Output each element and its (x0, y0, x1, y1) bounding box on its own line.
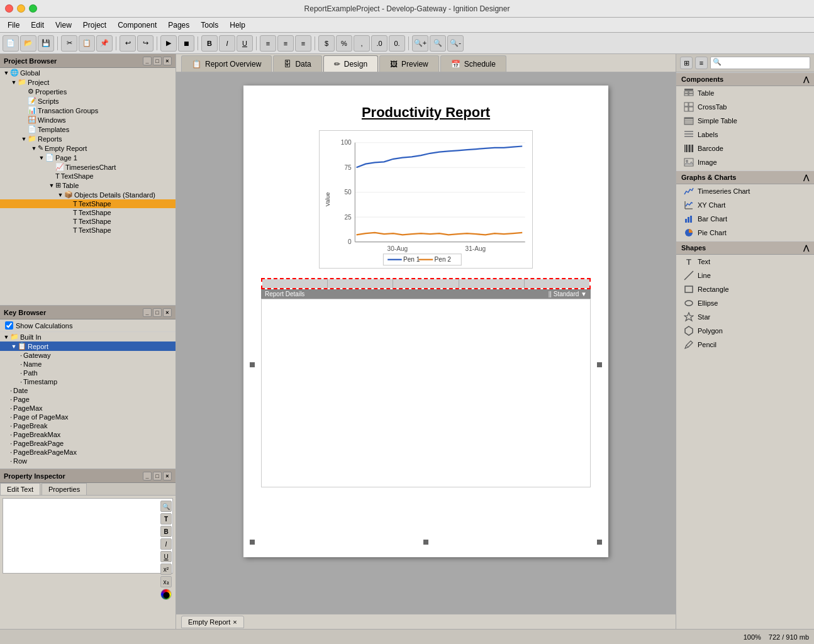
pi-text-area[interactable] (3, 498, 173, 574)
component-xy-chart[interactable]: XY Chart (676, 198, 814, 212)
toolbar-underline[interactable]: U (237, 35, 253, 52)
bottom-tab-empty-report[interactable]: Empty Report × (181, 616, 244, 628)
toolbar-comma[interactable]: , (354, 35, 370, 52)
menu-component[interactable]: Component (113, 19, 162, 31)
project-browser-maximize[interactable]: □ (153, 57, 162, 65)
component-labels[interactable]: Labels (676, 128, 814, 142)
graphs-charts-header[interactable]: Graphs & Charts ⋀ (676, 170, 814, 184)
menu-tools[interactable]: Tools (196, 19, 223, 31)
resize-handle-bottom[interactable] (423, 540, 428, 545)
maximize-button[interactable] (29, 4, 37, 13)
pi-search-btn[interactable]: 🔍 (160, 501, 172, 512)
kb-item-pagebreak[interactable]: · PageBreak (0, 421, 176, 430)
toolbar-align-right[interactable]: ≡ (295, 35, 311, 52)
canvas-area[interactable]: Productivity Report Value (176, 73, 676, 614)
tree-item-page1[interactable]: ▼ 📄 Page 1 (0, 153, 176, 162)
report-page[interactable]: Productivity Report Value (243, 86, 608, 557)
tree-item-textshape3[interactable]: ▷ T TextShape (0, 208, 176, 217)
toolbar-undo[interactable]: ↩ (120, 35, 136, 52)
pi-maximize[interactable]: □ (153, 472, 162, 480)
tree-item-project[interactable]: ▼ 📁 Project (0, 77, 176, 87)
menu-file[interactable]: File (3, 19, 25, 31)
project-browser-tree[interactable]: ▼ 🌐 Global ▼ 📁 Project ▷ ⚙ Properties ▷ … (0, 68, 176, 244)
kb-item-pagebreakpagemax[interactable]: · PageBreakPageMax (0, 448, 176, 457)
kb-item-report[interactable]: ▼ 📋 Report (0, 341, 176, 351)
kb-item-pagebreakmax[interactable]: · PageBreakMax (0, 430, 176, 439)
toolbar-cut[interactable]: ✂ (61, 35, 77, 52)
pi-close[interactable]: × (163, 472, 172, 480)
toolbar-zoom-out[interactable]: 🔍- (447, 35, 464, 52)
tree-item-textshape5[interactable]: ▷ T TextShape (0, 226, 176, 235)
toolbar-decimal-less[interactable]: 0. (389, 35, 405, 52)
toolbar-percent[interactable]: % (336, 35, 352, 52)
component-simple-table[interactable]: Simple Table (676, 114, 814, 128)
toolbar-save[interactable]: 💾 (38, 35, 54, 52)
toolbar-new[interactable]: 📄 (3, 35, 19, 52)
tree-item-transaction-groups[interactable]: ▷ 📊 Transaction Groups (0, 106, 176, 115)
menu-help[interactable]: Help (225, 19, 250, 31)
resize-handle-ml[interactable] (250, 362, 255, 367)
component-image[interactable]: Image (676, 155, 814, 169)
table-header-selected[interactable] (261, 278, 591, 289)
menu-edit[interactable]: Edit (26, 19, 49, 31)
key-browser-maximize[interactable]: □ (153, 308, 162, 317)
tree-item-textshape-selected[interactable]: ▷ T TextShape (0, 199, 176, 208)
toolbar-paste[interactable]: 📌 (96, 35, 113, 52)
kb-item-page-of-pagemax[interactable]: · Page of PageMax (0, 413, 176, 421)
kb-item-builtin[interactable]: ▼ 📁 Built In (0, 332, 176, 341)
kb-item-path[interactable]: · Path (0, 369, 176, 377)
project-browser-close[interactable]: × (163, 57, 172, 65)
component-timeseries[interactable]: Timeseries Chart (676, 184, 814, 198)
tab-report-overview[interactable]: 📋 Report Overview (181, 55, 272, 72)
toolbar-italic[interactable]: I (219, 35, 235, 52)
component-polygon[interactable]: Polygon (676, 324, 814, 338)
tree-item-objects-details[interactable]: ▼ 📦 Objects Details (Standard) (0, 190, 176, 199)
toolbar-bold[interactable]: B (201, 35, 218, 52)
toolbar-redo[interactable]: ↪ (137, 35, 153, 52)
tab-properties[interactable]: Properties (42, 483, 87, 495)
pi-color-btn[interactable]: ⬤ (160, 589, 172, 600)
tab-schedule[interactable]: 📅 Schedule (440, 55, 506, 72)
tree-item-table[interactable]: ▼ ⊞ Table (0, 180, 176, 190)
tree-item-textshape4[interactable]: ▷ T TextShape (0, 217, 176, 226)
components-section-header[interactable]: Components ⋀ (676, 72, 814, 86)
window-controls[interactable] (5, 4, 37, 13)
tree-item-reports[interactable]: ▼ 📁 Reports (0, 134, 176, 143)
tab-preview[interactable]: 🖼 Preview (379, 55, 439, 72)
toolbar-align-center[interactable]: ≡ (277, 35, 294, 52)
property-inspector-controls[interactable]: _ □ × (143, 472, 172, 480)
project-browser-controls[interactable]: _ □ × (143, 57, 172, 65)
toolbar-currency[interactable]: $ (318, 35, 335, 52)
component-rectangle[interactable]: Rectangle (676, 282, 814, 296)
component-table[interactable]: Table (676, 86, 814, 100)
resize-handle-bl[interactable] (250, 540, 255, 545)
show-calculations-checkbox[interactable] (5, 321, 13, 330)
kb-item-name[interactable]: · Name (0, 360, 176, 369)
pi-italic-icon[interactable]: I (160, 538, 172, 550)
toolbar-copy[interactable]: 📋 (79, 35, 95, 52)
key-browser-controls[interactable]: _ □ × (143, 308, 172, 317)
toolbar-stop[interactable]: ⏹ (178, 35, 194, 52)
kb-item-date[interactable]: · Date (0, 386, 176, 395)
minimize-button[interactable] (17, 4, 25, 13)
toolbar-zoom-in[interactable]: 🔍+ (412, 35, 428, 52)
tab-edit-text[interactable]: Edit Text (0, 483, 40, 495)
component-barcode[interactable]: Barcode (676, 142, 814, 155)
component-crosstab[interactable]: CrossTab (676, 100, 814, 114)
component-pencil[interactable]: Pencil (676, 338, 814, 352)
toolbar-zoom-fit[interactable]: 🔍 (430, 35, 446, 52)
tree-item-scripts[interactable]: ▷ 📝 Scripts (0, 96, 176, 106)
menu-pages[interactable]: Pages (163, 19, 194, 31)
menu-project[interactable]: Project (78, 19, 111, 31)
pi-superscript-btn[interactable]: x² (160, 564, 172, 575)
resize-handle-mr[interactable] (597, 362, 602, 367)
tree-item-windows[interactable]: ▷ 🪟 Windows (0, 115, 176, 125)
pi-bold-btn[interactable]: T (160, 513, 172, 525)
pi-underline-icon[interactable]: U (160, 551, 172, 562)
tree-item-textshape1[interactable]: ▷ T TextShape (0, 172, 176, 180)
components-list-btn[interactable]: ≡ (695, 57, 708, 69)
project-browser-minimize[interactable]: _ (143, 57, 152, 65)
bottom-tab-close[interactable]: × (233, 618, 237, 626)
shapes-section-header[interactable]: Shapes ⋀ (676, 241, 814, 255)
kb-item-pagemax[interactable]: · PageMax (0, 404, 176, 413)
